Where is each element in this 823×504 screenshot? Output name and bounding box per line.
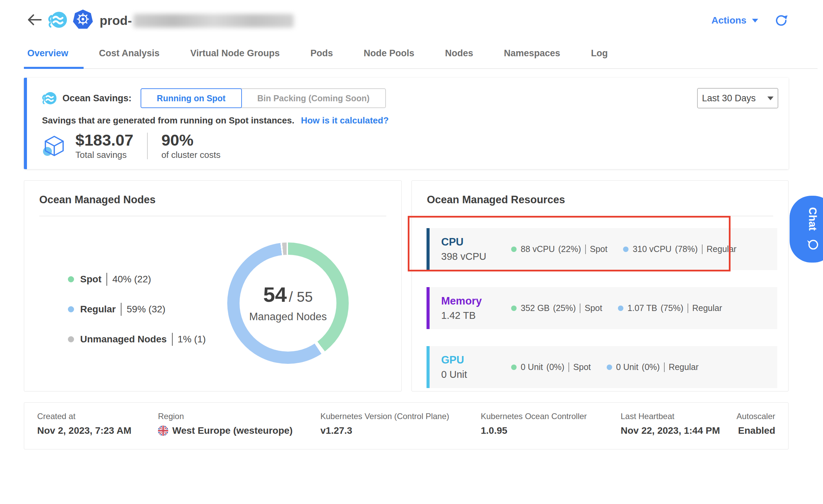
divider	[664, 362, 665, 372]
cluster-costs-caption: of cluster costs	[161, 150, 220, 160]
gpu-total-value: 0 Unit	[441, 369, 511, 380]
resource-row-cpu: CPU 398 vCPU 88 vCPU (22%) Spot 310 vCPU…	[427, 228, 777, 270]
divider	[585, 244, 586, 254]
footer-label: Region	[158, 412, 293, 421]
footer-label: Created at	[37, 412, 131, 421]
gpu-label: GPU	[441, 354, 511, 366]
cpu-spot-stat: 88 vCPU (22%) Spot	[511, 244, 607, 254]
footer-value: West Europe (westeurope)	[172, 425, 293, 436]
stat-amount: 0 Unit	[616, 362, 638, 372]
legend-item-unmanaged: Unmanaged Nodes 1% (1)	[68, 333, 206, 346]
divider	[702, 244, 703, 254]
memory-regular-stat: 1.07 TB (75%) Regular	[618, 303, 722, 313]
legend-value: 40% (22)	[112, 274, 151, 285]
back-arrow-icon[interactable]	[27, 13, 43, 27]
header: prod- Actions	[0, 0, 823, 37]
chevron-down-icon	[752, 19, 758, 23]
divider	[580, 303, 580, 313]
stat-kind: Regular	[669, 362, 699, 372]
gpu-spot-stat: 0 Unit (0%) Spot	[511, 362, 591, 372]
resource-row-memory: Memory 1.42 TB 352 GB (25%) Spot 1.07 TB…	[427, 287, 777, 329]
stat-kind: Spot	[584, 303, 602, 313]
footer-ocean-controller: Kubernetes Ocean Controller 1.0.95	[481, 412, 587, 436]
cluster-costs-percent: 90%	[161, 132, 220, 148]
refresh-icon[interactable]	[774, 13, 789, 28]
savings-description-text: Savings that are generated from running …	[42, 115, 294, 125]
ocean-savings-card: Ocean Savings: Running on Spot Bin Packi…	[24, 78, 789, 169]
stat-percent: (22%)	[558, 244, 581, 254]
stat-percent: (0%)	[642, 362, 660, 372]
chat-label: Chat	[806, 207, 819, 231]
legend-item-regular: Regular 59% (32)	[68, 303, 206, 316]
managed-nodes-total: / 55	[289, 289, 313, 305]
ocean-savings-icon	[41, 90, 57, 106]
tab-node-pools[interactable]: Node Pools	[348, 38, 430, 68]
stat-percent: (25%)	[553, 303, 576, 313]
stat-kind: Regular	[707, 244, 737, 254]
tab-overview[interactable]: Overview	[24, 38, 84, 68]
regular-dot-icon	[68, 306, 74, 312]
memory-label: Memory	[441, 295, 511, 307]
savings-description: Savings that are generated from running …	[42, 115, 389, 126]
tab-log[interactable]: Log	[576, 38, 623, 68]
tab-pods[interactable]: Pods	[295, 38, 348, 68]
stat-kind: Regular	[692, 303, 722, 313]
legend-label: Spot	[80, 274, 101, 285]
cube-icon	[42, 134, 67, 158]
tab-nodes[interactable]: Nodes	[430, 38, 489, 68]
ocean-logo-icon	[47, 10, 68, 30]
donut-center: 54 / 55 Managed Nodes	[240, 255, 336, 352]
spot-dot-icon	[511, 247, 517, 252]
footer-label: Kubernetes Version (Control Plane)	[320, 412, 449, 421]
cluster-name-prefix: prod-	[100, 14, 132, 28]
period-dropdown-value: Last 30 Days	[702, 93, 756, 104]
legend-value: 59% (32)	[127, 304, 165, 315]
bin-packing-toggle[interactable]: Bin Packing (Coming Soon)	[241, 88, 386, 108]
tab-virtual-node-groups[interactable]: Virtual Node Groups	[175, 38, 295, 68]
stat-amount: 1.07 TB	[627, 303, 657, 313]
running-on-spot-toggle[interactable]: Running on Spot	[141, 88, 242, 108]
tab-namespaces[interactable]: Namespaces	[489, 38, 576, 68]
footer-value: Nov 22, 2023, 1:44 PM	[621, 425, 720, 436]
ocean-savings-label: Ocean Savings:	[62, 93, 132, 104]
nodes-legend: Spot 40% (22) Regular 59% (32) Unmanaged…	[68, 273, 206, 346]
divider	[568, 362, 569, 372]
how-calculated-link[interactable]: How is it calculated?	[301, 115, 389, 125]
chat-button[interactable]: Chat	[790, 196, 823, 263]
actions-button[interactable]: Actions	[711, 15, 758, 26]
tab-bar: Overview Cost Analysis Virtual Node Grou…	[24, 38, 818, 69]
ocean-managed-nodes-card: Ocean Managed Nodes Spot 40% (22) Regula…	[24, 180, 402, 391]
memory-total-value: 1.42 TB	[441, 310, 511, 321]
managed-resources-title: Ocean Managed Resources	[427, 194, 565, 206]
stat-amount: 352 GB	[521, 303, 550, 313]
stat-kind: Spot	[573, 362, 591, 372]
footer-value: v1.27.3	[320, 425, 449, 436]
divider	[39, 216, 386, 216]
ocean-managed-resources-card: Ocean Managed Resources CPU 398 vCPU 88 …	[411, 180, 789, 391]
divider	[121, 303, 121, 316]
page-title: prod-	[100, 14, 294, 28]
stat-amount: 0 Unit	[521, 362, 543, 372]
gpu-regular-stat: 0 Unit (0%) Regular	[607, 362, 699, 372]
divider	[688, 303, 688, 313]
stat-kind: Spot	[590, 244, 607, 254]
legend-value: 1% (1)	[178, 334, 206, 345]
cluster-info-footer: Created at Nov 2, 2023, 7:23 AM Region W…	[24, 402, 789, 449]
footer-value: Enabled	[737, 425, 775, 436]
cpu-total-value: 398 vCPU	[441, 251, 511, 262]
stat-amount: 88 vCPU	[521, 244, 555, 254]
tab-cost-analysis[interactable]: Cost Analysis	[84, 38, 175, 68]
savings-figures: $183.07 Total savings 90% of cluster cos…	[42, 132, 220, 160]
stat-percent: (78%)	[675, 244, 698, 254]
regular-dot-icon	[607, 365, 612, 370]
chat-bubble-icon	[806, 237, 819, 251]
footer-created-at: Created at Nov 2, 2023, 7:23 AM	[37, 412, 131, 436]
memory-spot-stat: 352 GB (25%) Spot	[511, 303, 602, 313]
footer-value: Nov 2, 2023, 7:23 AM	[37, 425, 131, 436]
savings-mode-toggle: Running on Spot Bin Packing (Coming Soon…	[141, 88, 386, 108]
total-savings-block: $183.07 Total savings	[75, 132, 133, 160]
stat-percent: (0%)	[546, 362, 564, 372]
period-dropdown[interactable]: Last 30 Days	[697, 88, 778, 108]
footer-label: Kubernetes Ocean Controller	[481, 412, 587, 421]
divider	[106, 273, 107, 286]
